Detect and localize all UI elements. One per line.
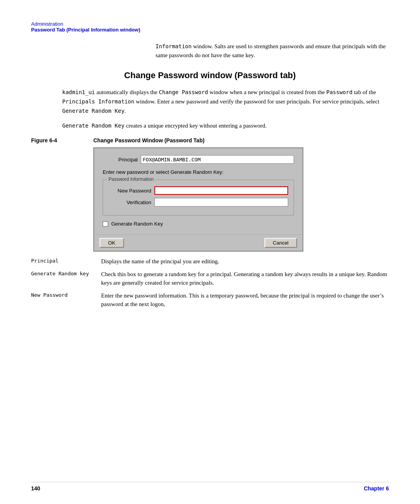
desc-def-new-password: Enter the new password information. This…	[101, 291, 389, 309]
dialog-button-row: OK Cancel	[94, 234, 303, 251]
new-password-label: New Password	[108, 188, 151, 194]
figure-label-col: Figure 6-4	[31, 137, 93, 144]
new-password-input[interactable]	[154, 186, 288, 195]
body-paragraph-1: kadmin1_ui automatically displays the Ch…	[62, 88, 389, 116]
verification-input[interactable]	[154, 198, 288, 206]
footer-page-number: 140	[31, 485, 40, 492]
body-paragraph-2: Generate Random Key creates a unique enc…	[62, 121, 389, 130]
principal-input[interactable]	[141, 155, 294, 164]
code-password-tab: Password	[326, 89, 352, 95]
intro-paragraph: Information window. Salts are used to st…	[156, 42, 389, 60]
dialog-window: Principal Enter new password or select G…	[93, 147, 303, 252]
desc-term-generate-random: Generate Random key	[31, 270, 101, 276]
desc-def-generate-random: Check this box to generate a random key …	[101, 270, 389, 287]
section-title: Change Password window (Password tab)	[31, 70, 389, 80]
desc-term-principal: Principal	[31, 257, 101, 264]
figure-caption: Change Password Window (Password Tab)	[93, 137, 389, 144]
breadcrumb-sub: Password Tab (Principal Information wind…	[31, 27, 389, 33]
footer-chapter: Chapter 6	[364, 485, 389, 492]
desc-row-new-password: New Password Enter the new password info…	[31, 291, 389, 309]
desc-def-principal: Displays the name of the principal you a…	[101, 257, 389, 266]
cancel-button[interactable]: Cancel	[264, 238, 297, 248]
figure-label: Figure 6-4	[31, 137, 57, 144]
generate-random-key-row: Generate Random Key	[103, 221, 294, 227]
figure-content-col: Change Password Window (Password Tab) Pr…	[93, 137, 389, 252]
desc-term-new-password: New Password	[31, 291, 101, 298]
descriptions-table: Principal Displays the name of the princ…	[31, 257, 389, 309]
page-footer: 140 Chapter 6	[31, 482, 389, 492]
verification-row: Verification	[108, 198, 288, 206]
code-kadmin: kadmin1_ui	[62, 89, 95, 95]
code-change-password: Change Password	[159, 89, 208, 95]
verification-label: Verification	[108, 200, 151, 205]
generate-random-key-checkbox[interactable]	[103, 221, 108, 227]
page: Administration Password Tab (Principal I…	[0, 0, 420, 504]
code-generate-random: Generate Random Key	[62, 108, 124, 114]
breadcrumb-admin: Administration	[31, 21, 389, 27]
password-fieldset: Password Information New Password Verifi…	[103, 180, 294, 215]
fieldset-legend: Password Information	[107, 177, 155, 182]
intro-code: Information	[156, 43, 192, 49]
dialog-prompt: Enter new password or select Generate Ra…	[103, 169, 294, 175]
new-password-row: New Password	[108, 186, 288, 195]
code-principals-info: Principals Information	[62, 98, 134, 105]
breadcrumb: Administration Password Tab (Principal I…	[31, 21, 389, 33]
dialog-body: Principal Enter new password or select G…	[94, 148, 303, 234]
desc-row-principal: Principal Displays the name of the princ…	[31, 257, 389, 266]
generate-random-key-label: Generate Random Key	[111, 221, 163, 227]
desc-row-generate-random: Generate Random key Check this box to ge…	[31, 270, 389, 287]
principal-row: Principal	[103, 155, 294, 164]
principal-label: Principal	[103, 157, 138, 163]
ok-button[interactable]: OK	[100, 238, 124, 248]
code-generate-random-2: Generate Random Key	[62, 122, 124, 129]
figure-row: Figure 6-4 Change Password Window (Passw…	[31, 137, 389, 252]
